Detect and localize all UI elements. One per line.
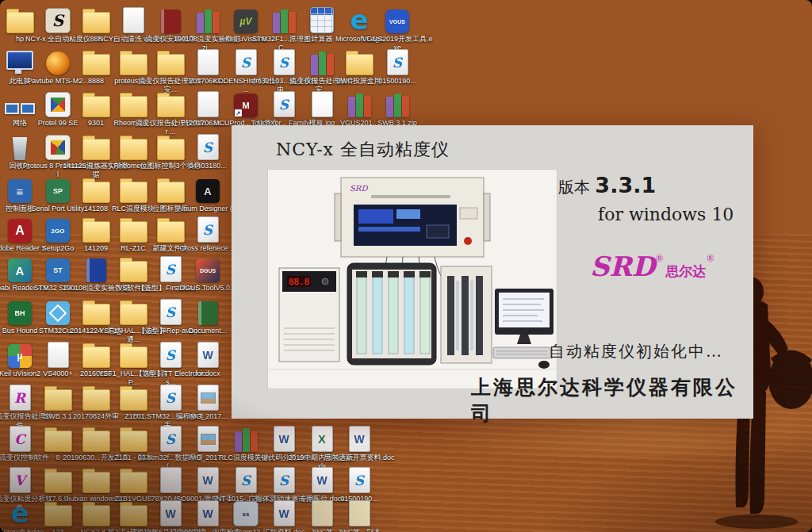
desktop-icon[interactable]: W思尔达新开票资料.doc xyxy=(324,425,395,462)
registered-mark-icon: ® xyxy=(655,254,664,264)
desktop-screen: hpSNCY-x 全自动粘度仪888NCY自动清洗 win10...流变仪安装程… xyxy=(0,0,812,532)
version-number: 3.3.1 xyxy=(595,173,656,197)
brand-srd-text: SRD xyxy=(590,251,655,282)
brand-cn-text: 思尔达 xyxy=(665,263,706,279)
splash-dialog: NCY-x 全自动粘度仪 SRD xyxy=(232,125,753,419)
company-name: 上海思尔达科学仪器有限公司 xyxy=(471,374,753,427)
desktop-icon[interactable]: JWC签 - 副本 xyxy=(324,499,395,532)
desktop-icon[interactable]: S01500190... xyxy=(362,48,433,86)
pdf-icon: S xyxy=(362,48,433,75)
svg-text:88.8: 88.8 xyxy=(289,277,310,287)
registered-mark-icon: ® xyxy=(706,254,714,264)
desktop-icon[interactable]: SWB 3.1.zip xyxy=(362,90,433,128)
init-status-text: 自动粘度仪初始化中… xyxy=(549,341,723,362)
desktop-icon[interactable]: VGUSVGUS2019开发工具.exe xyxy=(362,6,433,53)
version-row: 版本 3.3.1 xyxy=(558,173,656,198)
platform-text: for windows 10 xyxy=(598,205,733,224)
pdf-icon: S xyxy=(324,466,395,493)
instrument-photo: SRD 88.8 xyxy=(268,170,557,388)
icon-label: JWC签 - 副本 xyxy=(324,528,395,532)
instrument-illustration: SRD 88.8 xyxy=(268,170,557,388)
jwc-icon xyxy=(324,499,395,526)
icon-label: 01500190... xyxy=(362,77,433,86)
word-icon: W xyxy=(324,425,395,452)
rar-icon xyxy=(362,90,433,117)
splash-title: NCY-x 全自动粘度仪 xyxy=(276,138,450,162)
icon-label: 思尔达新开票资料.doc xyxy=(324,454,395,462)
brand-logo: SRD®思尔达® xyxy=(590,251,714,282)
svg-text:SRD: SRD xyxy=(350,184,368,193)
version-label: 版本 xyxy=(558,178,590,197)
desktop-icon[interactable]: S01500190... xyxy=(324,466,395,503)
vgus-icon: VGUS xyxy=(362,6,433,33)
